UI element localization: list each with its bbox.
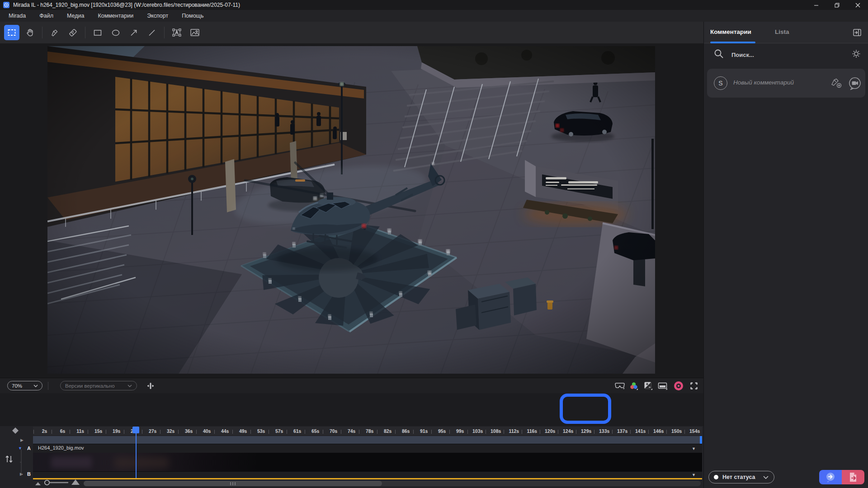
ruler-tick: |108s [485, 427, 503, 435]
ruler-tick: |112s [503, 427, 521, 435]
annotation-toolbar [0, 22, 703, 43]
settings-gear-icon[interactable] [851, 49, 861, 61]
menu-item-mirada[interactable]: Mirada [2, 10, 33, 22]
ruler-tick: |129s [576, 427, 594, 435]
send-comment-button[interactable] [819, 470, 842, 484]
split-view-icon[interactable] [145, 378, 156, 394]
search-input[interactable]: Поиск... [731, 52, 754, 58]
ruler-tick: |137s [612, 427, 630, 435]
viewer-area [0, 43, 703, 378]
ruler-tick: |44s [214, 427, 232, 435]
line-tool[interactable] [144, 25, 160, 40]
ellipse-tool[interactable] [108, 25, 123, 40]
exposure-icon[interactable] [642, 378, 655, 394]
ruler-tick: |86s [395, 427, 413, 435]
window-title: Mirada IL - h264_1920_big.mov [1920x1036… [13, 2, 240, 8]
hand-tool[interactable] [22, 25, 38, 40]
comments-panel: Комментарии Lista Поиск... S Новый комме… [703, 22, 868, 488]
video-frame[interactable] [47, 46, 655, 374]
fullscreen-icon[interactable] [687, 378, 701, 394]
ruler-tick: |74s [340, 427, 359, 435]
select-tool[interactable] [4, 25, 19, 40]
tab-comments[interactable]: Комментарии [710, 28, 751, 35]
ruler-tick: |65s [304, 427, 322, 435]
menu-item-5[interactable]: Помощь [175, 10, 210, 22]
user-avatar: S [714, 76, 727, 90]
menu-item-4[interactable]: Экспорт [140, 10, 175, 22]
search-row: Поиск... [704, 43, 868, 68]
comments-track[interactable] [33, 436, 702, 444]
stereo-3d-icon[interactable] [613, 378, 627, 394]
versions-select[interactable]: Версии вертикально [60, 381, 137, 390]
send-report-button[interactable] [842, 470, 864, 484]
menu-item-2[interactable]: Медиа [60, 10, 91, 22]
comment-row-expand-caret[interactable]: ▶ [20, 438, 24, 442]
playhead[interactable] [136, 433, 137, 478]
search-icon[interactable] [714, 49, 724, 61]
ruler-tick: |61s [286, 427, 304, 435]
new-comment-composer[interactable]: S Новый комментарий [707, 69, 865, 98]
ruler-tick: |40s [196, 427, 214, 435]
tab-lista[interactable]: Lista [775, 28, 789, 35]
zoom-select[interactable]: 70% [7, 381, 42, 390]
text-tool[interactable] [169, 25, 184, 40]
timeline: |2s|6s|11s|15s|19s|23s|27s|32s|36s|40s|4… [0, 426, 703, 488]
ruler-tick: |95s [431, 427, 449, 435]
ruler-tick: |120s [539, 427, 557, 435]
viewer-control-strip: 70% Версии вертикально [0, 378, 703, 393]
minimize-button[interactable] [806, 0, 826, 10]
ruler-tick: |82s [377, 427, 395, 435]
zoom-value: 70% [12, 383, 22, 389]
ruler-tick: |53s [250, 427, 268, 435]
eraser-tool[interactable] [65, 25, 80, 40]
chevron-down-icon [33, 385, 38, 387]
ruler-tick: |11s [69, 427, 87, 435]
brush-tool[interactable] [47, 25, 62, 40]
ruler-tick: |78s [359, 427, 377, 435]
timeline-scrollbar[interactable] [84, 481, 701, 486]
clip-thumbnail-strip[interactable] [33, 453, 702, 471]
letterbox-mask-icon[interactable] [656, 378, 669, 394]
versions-value: Версии вертикально [65, 383, 115, 389]
status-select[interactable]: Нет статуса [708, 471, 774, 483]
clip-name: H264_1920_big.mov [38, 445, 84, 450]
rectangle-tool[interactable] [90, 25, 105, 40]
ruler-tick: |57s [268, 427, 286, 435]
track-b-header[interactable]: ▼ [33, 471, 702, 478]
ruler-tick: |19s [105, 427, 123, 435]
playhead-handle[interactable] [132, 427, 139, 433]
track-b-dropdown-caret[interactable]: ▼ [692, 473, 696, 477]
timeline-zoom-slider[interactable] [43, 479, 70, 488]
track-a-dropdown-caret[interactable]: ▼ [692, 446, 696, 451]
ruler-tick: |141s [630, 427, 648, 435]
sort-tracks-icon[interactable] [5, 454, 14, 466]
menu-bar: MiradaФайлМедиаКомментарииЭкспортПомощь [0, 10, 868, 22]
status-label: Нет статуса [722, 474, 755, 480]
close-button[interactable] [847, 0, 868, 10]
ruler-tick: |146s [648, 427, 666, 435]
ruler-tick: |70s [322, 427, 340, 435]
status-dot [714, 475, 718, 479]
menu-item-1[interactable]: Файл [33, 10, 60, 22]
video-comment-icon[interactable] [848, 76, 862, 92]
chevron-down-icon [763, 476, 769, 479]
range-end-marker [700, 436, 702, 444]
keyframe-diamond-icon[interactable] [12, 427, 19, 436]
new-comment-input[interactable]: Новый комментарий [733, 79, 794, 86]
panel-tab-bar: Комментарии Lista [704, 22, 868, 43]
menu-item-3[interactable]: Комментарии [91, 10, 140, 22]
restore-button[interactable] [826, 0, 847, 10]
color-channels-icon[interactable] [627, 378, 640, 394]
highlight-annotation [560, 394, 611, 424]
annotate-brush-add-icon[interactable] [830, 77, 843, 91]
image-tool[interactable] [187, 25, 203, 40]
ruler-tick: |103s [467, 427, 485, 435]
timeline-zoom-out-icon[interactable] [34, 480, 42, 488]
track-a-header[interactable]: ▼ [33, 444, 702, 453]
title-bar: Mirada IL - h264_1920_big.mov [1920x1036… [0, 0, 868, 10]
arrow-tool[interactable] [126, 25, 142, 40]
review-eye-icon[interactable] [672, 378, 685, 394]
collapse-panel-icon[interactable] [852, 28, 862, 38]
timeline-scrollbar-thumb[interactable] [84, 481, 382, 486]
timeline-zoom-in-icon[interactable] [71, 479, 80, 488]
